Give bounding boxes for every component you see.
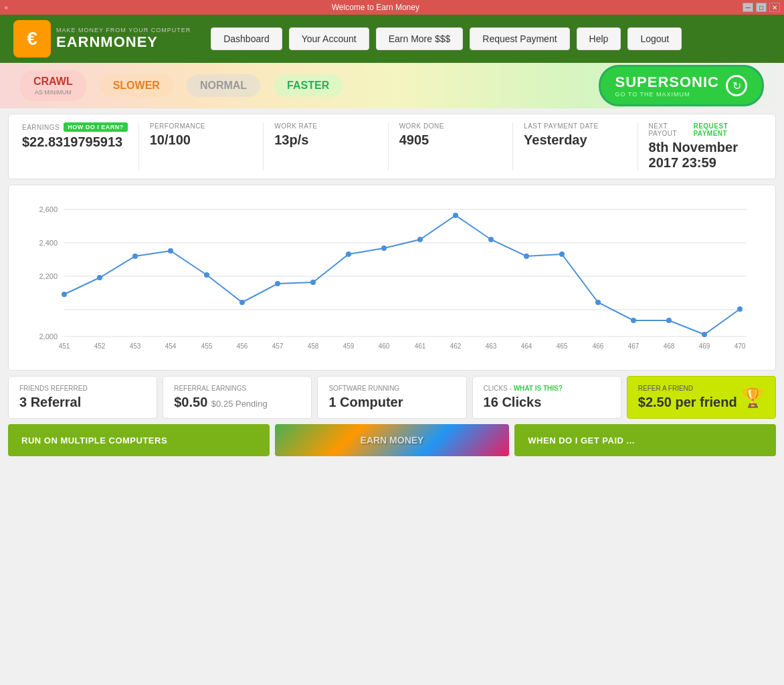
svg-point-14 bbox=[239, 300, 245, 305]
svg-point-17 bbox=[346, 252, 351, 257]
run-multiple-button[interactable]: RUN ON MULTIPLE COMPUTERS bbox=[8, 424, 270, 456]
dashboard-button[interactable]: Dashboard bbox=[211, 27, 282, 50]
svg-point-24 bbox=[595, 300, 601, 305]
svg-point-26 bbox=[666, 318, 672, 323]
svg-text:464: 464 bbox=[521, 342, 532, 350]
svg-text:467: 467 bbox=[628, 342, 640, 350]
svg-point-10 bbox=[97, 275, 102, 280]
bottom-buttons: RUN ON MULTIPLE COMPUTERS EARN MONEY WHE… bbox=[8, 424, 776, 456]
request-payment-link[interactable]: REQUEST PAYMENT bbox=[693, 122, 751, 137]
work-done-value: 4905 bbox=[399, 132, 502, 148]
your-account-button[interactable]: Your Account bbox=[289, 27, 369, 50]
logo-subtitle: MAKE MONEY FROM YOUR COMPUTER bbox=[56, 27, 191, 33]
close-button[interactable]: ✕ bbox=[769, 3, 780, 12]
title-bar: ● Welcome to Earn Money ─ □ ✕ bbox=[0, 0, 784, 15]
svg-point-16 bbox=[310, 280, 316, 285]
minimize-button[interactable]: ─ bbox=[743, 3, 753, 12]
svg-point-25 bbox=[631, 318, 636, 323]
referral-pending: $0.25 Pending bbox=[211, 399, 268, 409]
logo-text: MAKE MONEY FROM YOUR COMPUTER EARNMONEY bbox=[56, 27, 191, 51]
refer-value: $2.50 per friend bbox=[638, 395, 737, 410]
window-controls: ─ □ ✕ bbox=[743, 3, 780, 12]
speed-crawl[interactable]: CRAWL AS MINIMUM bbox=[20, 70, 86, 101]
svg-point-27 bbox=[702, 332, 707, 337]
referral-earnings-value: $0.50 $0.25 Pending bbox=[174, 395, 300, 410]
svg-point-23 bbox=[559, 252, 565, 257]
clicks-value: 16 Clicks bbox=[484, 395, 610, 410]
software-value: 1 Computer bbox=[328, 395, 455, 410]
banner-image: EARN MONEY bbox=[275, 424, 510, 456]
speed-slower[interactable]: SLOWER bbox=[100, 74, 173, 97]
svg-text:2,400: 2,400 bbox=[39, 239, 58, 247]
svg-text:466: 466 bbox=[593, 342, 604, 350]
svg-text:454: 454 bbox=[165, 342, 177, 350]
svg-text:451: 451 bbox=[59, 342, 70, 350]
stats-row: EARNINGS HOW DO I EARN? $22.8319795913 P… bbox=[8, 114, 776, 179]
svg-text:458: 458 bbox=[308, 342, 319, 350]
window-title: Welcome to Earn Money bbox=[9, 3, 743, 12]
speed-faster[interactable]: FASTER bbox=[274, 74, 342, 97]
work-rate-value: 13p/s bbox=[274, 132, 377, 148]
earnings-value: $22.8319795913 bbox=[22, 134, 128, 150]
refer-text: REFER A FRIEND $2.50 per friend bbox=[638, 385, 737, 410]
earn-more-button[interactable]: Earn More $$$ bbox=[376, 27, 464, 50]
last-payment-value: Yesterday bbox=[524, 132, 626, 148]
svg-point-9 bbox=[62, 292, 67, 297]
logout-button[interactable]: Logout bbox=[627, 27, 682, 50]
svg-text:459: 459 bbox=[343, 342, 355, 350]
software-running-stat: SOFTWARE RUNNING 1 Computer bbox=[317, 376, 466, 419]
help-button[interactable]: Help bbox=[577, 27, 621, 50]
how-earn-badge[interactable]: HOW DO I EARN? bbox=[64, 122, 128, 132]
performance-stat: PERFORMANCE 10/100 bbox=[139, 122, 264, 171]
clicks-stat: CLICKS - WHAT IS THIS? 16 Clicks bbox=[472, 376, 621, 419]
svg-text:461: 461 bbox=[415, 342, 426, 350]
svg-point-13 bbox=[204, 272, 209, 278]
svg-text:463: 463 bbox=[486, 342, 497, 350]
friends-value: 3 Referral bbox=[19, 395, 146, 410]
friends-referred-stat: FRIENDS REFERRED 3 Referral bbox=[8, 376, 157, 419]
svg-text:465: 465 bbox=[557, 342, 568, 350]
logo-main: EARNMONEY bbox=[56, 33, 191, 51]
svg-text:2,200: 2,200 bbox=[39, 272, 58, 280]
svg-text:2,600: 2,600 bbox=[39, 205, 58, 213]
earnings-stat: EARNINGS HOW DO I EARN? $22.8319795913 bbox=[22, 122, 139, 171]
svg-point-19 bbox=[417, 237, 423, 242]
refresh-icon: ↻ bbox=[726, 75, 747, 96]
trophy-icon: 🏆 bbox=[741, 387, 765, 409]
svg-point-28 bbox=[737, 306, 743, 312]
maximize-button[interactable]: □ bbox=[756, 3, 767, 12]
svg-point-20 bbox=[453, 213, 458, 218]
svg-text:456: 456 bbox=[237, 342, 248, 350]
request-payment-button[interactable]: Request Payment bbox=[470, 27, 569, 50]
svg-text:469: 469 bbox=[699, 342, 710, 350]
referral-earnings-stat: REFERRAL EARNINGS $0.50 $0.25 Pending bbox=[163, 376, 312, 419]
refer-friend-box[interactable]: REFER A FRIEND $2.50 per friend 🏆 bbox=[627, 376, 776, 419]
next-payout-value: 8th November 2017 23:59 bbox=[649, 140, 751, 171]
header: € MAKE MONEY FROM YOUR COMPUTER EARNMONE… bbox=[0, 15, 784, 63]
speed-bar: CRAWL AS MINIMUM SLOWER NORMAL FASTER SU… bbox=[0, 63, 784, 108]
svg-text:453: 453 bbox=[130, 342, 141, 350]
next-payout-stat: NEXT PAYOUT REQUEST PAYMENT 8th November… bbox=[638, 122, 762, 171]
svg-text:460: 460 bbox=[379, 342, 390, 350]
bottom-stats: FRIENDS REFERRED 3 Referral REFERRAL EAR… bbox=[8, 376, 776, 419]
app-icon: ● bbox=[4, 3, 9, 11]
svg-point-12 bbox=[168, 248, 173, 254]
work-done-stat: WORK DONE 4905 bbox=[389, 122, 513, 171]
speed-normal[interactable]: NORMAL bbox=[187, 74, 260, 97]
chart-area: 2,600 2,400 2,200 2,000 451 452 4 bbox=[8, 185, 776, 371]
svg-point-11 bbox=[132, 254, 138, 259]
euro-icon: € bbox=[27, 28, 37, 50]
logo-icon: € bbox=[13, 20, 51, 58]
svg-text:468: 468 bbox=[664, 342, 675, 350]
speed-supersonic[interactable]: SUPERSONIC GO TO THE MAXIMUM ↻ bbox=[599, 65, 764, 106]
svg-text:2,000: 2,000 bbox=[39, 332, 58, 340]
svg-point-18 bbox=[381, 246, 387, 251]
svg-point-22 bbox=[524, 254, 529, 259]
when-paid-button[interactable]: WHEN DO I GET PAID ... bbox=[514, 424, 776, 456]
svg-text:452: 452 bbox=[94, 342, 106, 350]
last-payment-stat: LAST PAYMENT DATE Yesterday bbox=[513, 122, 638, 171]
svg-text:455: 455 bbox=[201, 342, 213, 350]
svg-point-15 bbox=[275, 281, 280, 286]
logo: € MAKE MONEY FROM YOUR COMPUTER EARNMONE… bbox=[13, 20, 191, 58]
svg-point-21 bbox=[488, 237, 494, 242]
